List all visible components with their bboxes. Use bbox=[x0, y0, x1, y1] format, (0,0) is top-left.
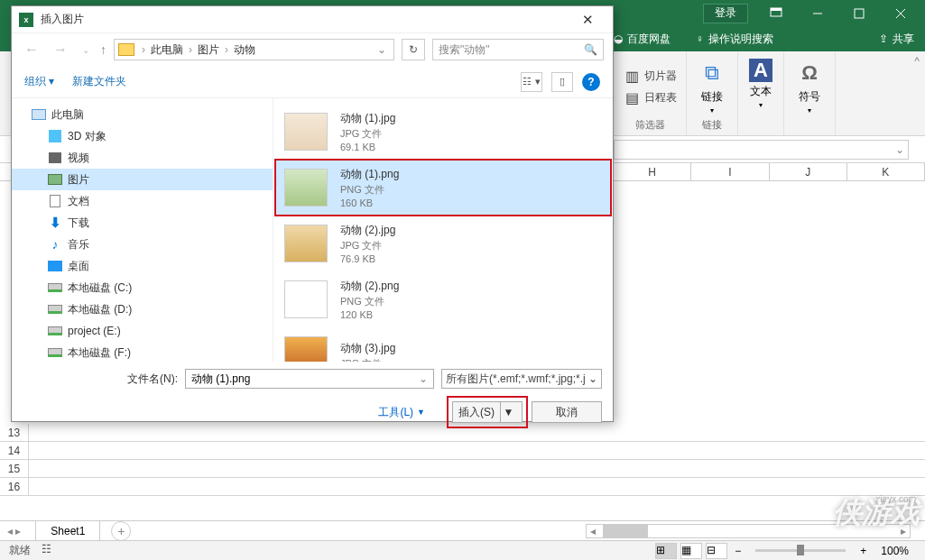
timeline-icon: ▤ bbox=[623, 88, 641, 106]
text-icon: A bbox=[749, 59, 772, 82]
row-header[interactable]: 16 bbox=[0, 478, 29, 495]
search-input[interactable]: 搜索"动物" 🔍 bbox=[432, 39, 604, 60]
page-layout-button[interactable]: ▦ bbox=[680, 543, 702, 559]
add-sheet-button[interactable]: + bbox=[111, 521, 131, 541]
status-bar: 就绪 ☷ ⊞ ▦ ⊟ − + 100% bbox=[0, 540, 925, 560]
insert-button[interactable]: 插入(S) ▼ bbox=[452, 401, 523, 423]
file-thumbnail bbox=[284, 169, 328, 207]
zoom-value[interactable]: 100% bbox=[874, 545, 916, 557]
normal-view-button[interactable]: ⊞ bbox=[655, 543, 677, 559]
file-item[interactable]: 动物 (3).jpgJPG 文件 bbox=[275, 327, 611, 362]
link-group-label: 链接 bbox=[702, 118, 722, 133]
file-list: 动物 (1).jpgJPG 文件69.1 KB 动物 (1).pngPNG 文件… bbox=[273, 98, 613, 362]
maximize-icon[interactable] bbox=[838, 0, 880, 26]
search-icon: 🔍 bbox=[584, 43, 597, 56]
col-header[interactable]: I bbox=[691, 163, 769, 180]
tree-documents[interactable]: 文档 bbox=[12, 190, 273, 212]
close-icon[interactable] bbox=[880, 0, 921, 26]
tell-me-button[interactable]: ♀操作说明搜索 bbox=[696, 32, 773, 47]
file-thumbnail bbox=[284, 113, 328, 151]
cloud-icon: ◒ bbox=[614, 32, 623, 45]
organize-button[interactable]: 组织 ▾ bbox=[24, 74, 54, 89]
baidu-disk-button[interactable]: ◒百度网盘 bbox=[614, 32, 671, 47]
row-header[interactable]: 15 bbox=[0, 460, 29, 477]
tree-pictures[interactable]: 图片 bbox=[12, 169, 273, 190]
minimize-icon[interactable] bbox=[797, 0, 838, 26]
forward-button[interactable]: → bbox=[50, 41, 71, 58]
login-button[interactable]: 登录 bbox=[703, 4, 748, 23]
col-header[interactable]: J bbox=[770, 163, 847, 180]
formula-dropdown[interactable]: ⌄ bbox=[614, 140, 909, 160]
file-item[interactable]: 动物 (2).jpgJPG 文件76.9 KB bbox=[275, 216, 611, 271]
dialog-toolbar: 组织 ▾ 新建文件夹 ☷ ▾ ▯ ? bbox=[12, 66, 613, 98]
insert-dropdown-icon[interactable]: ▼ bbox=[500, 401, 516, 423]
cancel-button[interactable]: 取消 bbox=[532, 401, 602, 423]
slicer-icon: ▥ bbox=[623, 67, 641, 85]
col-header[interactable]: H bbox=[614, 163, 691, 180]
col-header[interactable]: K bbox=[847, 163, 925, 180]
refresh-button[interactable]: ↻ bbox=[402, 39, 425, 60]
tree-downloads[interactable]: ⬇下载 bbox=[12, 212, 273, 234]
link-button[interactable]: ⧉ 链接▾ bbox=[696, 55, 728, 118]
link-group: ⧉ 链接▾ 链接 bbox=[687, 51, 738, 135]
tools-button[interactable]: 工具(L)▼ bbox=[378, 405, 425, 420]
tab-nav[interactable]: ◂ ▸ bbox=[0, 525, 28, 537]
folder-tree: 此电脑 3D 对象 视频 图片 文档 ⬇下载 ♪音乐 桌面 本地磁盘 (C:) … bbox=[12, 98, 273, 362]
file-item-selected[interactable]: 动物 (1).pngPNG 文件160 KB bbox=[275, 160, 611, 216]
tree-drive-f[interactable]: 本地磁盘 (F:) bbox=[12, 342, 273, 362]
tree-drive-d[interactable]: 本地磁盘 (D:) bbox=[12, 298, 273, 320]
tree-drive-c[interactable]: 本地磁盘 (C:) bbox=[12, 277, 273, 298]
dialog-close-button[interactable]: ✕ bbox=[569, 7, 606, 32]
share-icon: ⇪ bbox=[879, 32, 888, 45]
tree-music[interactable]: ♪音乐 bbox=[12, 234, 273, 255]
dialog-bottom: 文件名(N): 动物 (1).png⌄ 所有图片(*.emf;*.wmf;*.j… bbox=[12, 362, 613, 430]
filename-label: 文件名(N): bbox=[23, 372, 178, 387]
slicer-button[interactable]: ▥切片器 bbox=[623, 67, 677, 85]
status-ready: 就绪 bbox=[9, 543, 31, 558]
new-folder-button[interactable]: 新建文件夹 bbox=[72, 74, 126, 89]
text-button[interactable]: A 文本▾ bbox=[747, 55, 774, 113]
ribbon-options-icon[interactable] bbox=[755, 0, 797, 26]
lightbulb-icon: ♀ bbox=[696, 32, 704, 45]
up-button[interactable]: ↑ bbox=[100, 42, 106, 57]
svg-rect-1 bbox=[771, 8, 782, 11]
file-thumbnail bbox=[284, 336, 328, 362]
tree-3d-objects[interactable]: 3D 对象 bbox=[12, 125, 273, 147]
address-bar[interactable]: › 此电脑› 图片› 动物 ⌄ bbox=[114, 39, 394, 60]
tree-desktop[interactable]: 桌面 bbox=[12, 255, 273, 277]
excel-icon: x bbox=[19, 13, 33, 27]
dialog-titlebar: x 插入图片 ✕ bbox=[12, 6, 613, 33]
share-button[interactable]: ⇪共享 bbox=[879, 32, 914, 47]
file-item[interactable]: 动物 (2).pngPNG 文件120 KB bbox=[275, 271, 611, 327]
symbol-button[interactable]: Ω 符号▾ bbox=[793, 55, 826, 118]
accessibility-icon[interactable]: ☷ bbox=[42, 543, 51, 558]
dialog-title: 插入图片 bbox=[41, 12, 569, 27]
insert-picture-dialog: x 插入图片 ✕ ← → ⌄ ↑ › 此电脑› 图片› 动物 ⌄ ↻ 搜索"动物… bbox=[11, 5, 614, 422]
file-item[interactable]: 动物 (1).jpgJPG 文件69.1 KB bbox=[275, 104, 611, 160]
filename-input[interactable]: 动物 (1).png⌄ bbox=[185, 369, 434, 389]
tree-drive-e[interactable]: project (E:) bbox=[12, 320, 273, 342]
zoom-out-button[interactable]: − bbox=[731, 545, 745, 557]
recent-button[interactable]: ⌄ bbox=[79, 45, 93, 55]
row-header[interactable]: 14 bbox=[0, 442, 29, 459]
zoom-slider[interactable] bbox=[755, 549, 846, 552]
tree-videos[interactable]: 视频 bbox=[12, 147, 273, 169]
file-thumbnail bbox=[284, 225, 328, 262]
dialog-nav: ← → ⌄ ↑ › 此电脑› 图片› 动物 ⌄ ↻ 搜索"动物" 🔍 bbox=[12, 33, 613, 66]
preview-pane-button[interactable]: ▯ bbox=[551, 72, 573, 92]
collapse-ribbon-icon[interactable]: ^ bbox=[909, 51, 925, 135]
folder-icon bbox=[118, 43, 134, 56]
help-icon[interactable]: ? bbox=[582, 73, 600, 91]
sheet-tab[interactable]: Sheet1 bbox=[35, 521, 100, 541]
back-button[interactable]: ← bbox=[21, 41, 42, 58]
file-filter-select[interactable]: 所有图片(*.emf;*.wmf;*.jpg;*.j⌄ bbox=[441, 369, 602, 389]
timeline-button[interactable]: ▤日程表 bbox=[623, 88, 677, 106]
link-icon: ⧉ bbox=[698, 59, 726, 87]
horizontal-scrollbar[interactable]: ◂▸ bbox=[586, 524, 911, 538]
page-break-button[interactable]: ⊟ bbox=[706, 543, 727, 559]
text-group: A 文本▾ bbox=[738, 51, 784, 135]
tree-this-pc[interactable]: 此电脑 bbox=[12, 104, 273, 125]
path-dropdown-icon[interactable]: ⌄ bbox=[374, 43, 390, 56]
view-mode-button[interactable]: ☷ ▾ bbox=[521, 72, 542, 92]
zoom-in-button[interactable]: + bbox=[856, 545, 870, 557]
